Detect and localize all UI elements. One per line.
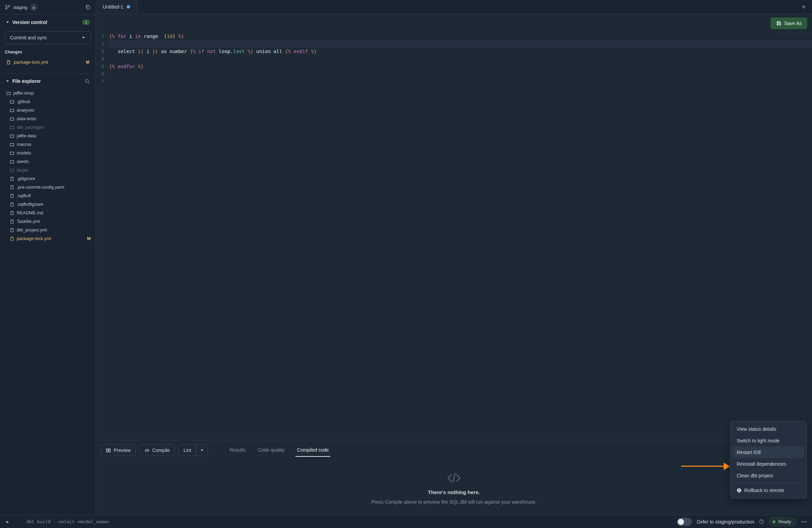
- tree-item-label: dbt_project.yml: [17, 227, 47, 232]
- search-icon[interactable]: [85, 78, 90, 84]
- panel-tabs: Results Code quality Compiled code: [228, 444, 330, 457]
- file-status-badge: M: [86, 60, 89, 65]
- lint-dropdown-button[interactable]: [196, 444, 208, 456]
- sidebar: staging Version control 1 Commit and syn…: [0, 0, 96, 515]
- menu-restart-ide[interactable]: Restart IDE: [733, 447, 804, 458]
- tree-file[interactable]: .sqlfluff: [0, 191, 96, 200]
- tree-item-label: .pre-commit-config.yaml: [17, 185, 64, 190]
- svg-rect-8: [739, 491, 739, 492]
- changes-count-badge: 1: [82, 20, 90, 25]
- svg-point-12: [805, 521, 807, 522]
- tree-item-label: data-tests: [17, 116, 36, 121]
- editor-area: Untitled-1 Save As 1 2 3 4: [96, 0, 812, 515]
- copy-icon[interactable]: [85, 4, 91, 10]
- tree-item-label: .github: [17, 99, 30, 104]
- line-gutter: 1 2 3 4 5 6 7: [96, 33, 109, 440]
- folder-icon: [10, 125, 14, 130]
- tab-label: Untitled-1: [103, 4, 123, 10]
- status-ready-pill[interactable]: Ready: [769, 517, 796, 526]
- file-icon: [10, 236, 14, 241]
- tree-item-label: models: [17, 150, 31, 155]
- status-bar: dbt build --select <model_name> Defer to…: [0, 515, 812, 528]
- menu-clean-project[interactable]: Clean dbt project: [733, 470, 804, 481]
- changes-section-label: Changes: [0, 48, 96, 58]
- more-icon[interactable]: [801, 519, 807, 525]
- tree-file[interactable]: .sqlfluffignore: [0, 200, 96, 209]
- annotation-arrow: [681, 466, 729, 467]
- warning-icon: [737, 488, 741, 493]
- changed-file-item[interactable]: package-lock.yml M: [1, 58, 94, 66]
- tree-file[interactable]: package-lock.ymlM: [0, 234, 96, 243]
- editor-tab[interactable]: Untitled-1: [96, 0, 137, 14]
- tree-folder[interactable]: models: [0, 149, 96, 157]
- editor-toolbar: Save As: [96, 14, 812, 33]
- tree-folder[interactable]: seeds: [0, 157, 96, 166]
- minimap[interactable]: [778, 33, 812, 46]
- preview-label: Preview: [114, 448, 131, 453]
- new-tab-button[interactable]: [796, 1, 812, 13]
- lock-icon: [30, 3, 38, 11]
- folder-icon: [10, 168, 14, 173]
- file-icon: [10, 185, 14, 190]
- tree-item-label: jaffle-data: [17, 133, 36, 138]
- save-as-button[interactable]: Save As: [771, 17, 807, 29]
- file-explorer-header[interactable]: File explorer: [0, 74, 96, 87]
- lint-button[interactable]: Lint: [178, 444, 196, 456]
- menu-reinstall-deps[interactable]: Reinstall dependencies: [733, 458, 804, 470]
- menu-rollback[interactable]: Rollback to remote: [733, 485, 804, 496]
- help-icon[interactable]: [759, 519, 764, 524]
- tree-folder[interactable]: dbt_packages: [0, 123, 96, 131]
- command-input[interactable]: dbt build --select <model_name>: [14, 519, 672, 524]
- branch-header: staging: [0, 0, 96, 15]
- svg-point-10: [802, 521, 803, 522]
- folder-icon: [10, 108, 14, 113]
- file-icon: [10, 193, 14, 198]
- compile-button[interactable]: Compile: [139, 444, 175, 456]
- panel-empty-state: There's nothing here. Press Compile abov…: [96, 460, 812, 515]
- changes-list: package-lock.yml M: [0, 58, 96, 66]
- commit-sync-button[interactable]: Commit and sync: [5, 31, 91, 44]
- tree-folder[interactable]: jaffle-data: [0, 131, 96, 140]
- folder-icon: [10, 99, 14, 104]
- tree-item-label: .gitignore: [17, 176, 35, 181]
- tree-folder[interactable]: analyses: [0, 106, 96, 114]
- tab-dirty-indicator: [127, 5, 130, 9]
- panel-toolbar: Preview Compile Lint: [96, 440, 812, 460]
- svg-point-2: [8, 5, 10, 7]
- file-icon: [10, 228, 14, 232]
- tab-code-quality[interactable]: Code quality: [256, 444, 286, 457]
- tree-item-label: analyses: [17, 108, 34, 113]
- chevron-down-icon: [5, 79, 10, 83]
- version-control-header[interactable]: Version control 1: [0, 15, 96, 28]
- folder-icon: [10, 159, 14, 164]
- file-status-badge: M: [87, 236, 91, 241]
- defer-toggle[interactable]: [677, 518, 692, 526]
- tree-item-label: README.md: [17, 210, 43, 215]
- tree-root[interactable]: jaffle-shop: [0, 89, 96, 97]
- file-explorer-title: File explorer: [12, 78, 41, 84]
- code-editor[interactable]: 1 2 3 4 5 6 7 {% for i in range (10) %} …: [96, 33, 812, 440]
- tree-file[interactable]: Taskfile.yml: [0, 217, 96, 226]
- file-icon: [10, 219, 14, 224]
- chevron-up-icon[interactable]: [5, 519, 10, 524]
- tree-folder[interactable]: macros: [0, 140, 96, 149]
- tree-item-label: package-lock.yml: [17, 236, 51, 241]
- folder-icon: [10, 116, 14, 121]
- tree-file[interactable]: README.md: [0, 209, 96, 217]
- preview-button[interactable]: Preview: [101, 444, 136, 456]
- table-icon: [106, 448, 111, 453]
- tree-folder[interactable]: target: [0, 166, 96, 174]
- menu-view-status[interactable]: View status details: [733, 423, 804, 435]
- tree-file[interactable]: .pre-commit-config.yaml: [0, 183, 96, 191]
- changed-file-name: package-lock.yml: [14, 60, 48, 65]
- empty-subtitle: Press Compile above to preview the SQL d…: [371, 499, 537, 505]
- tree-folder[interactable]: .github: [0, 97, 96, 106]
- tab-compiled-code[interactable]: Compiled code: [295, 444, 330, 457]
- tab-results[interactable]: Results: [228, 444, 247, 457]
- menu-switch-light[interactable]: Switch to light mode: [733, 435, 804, 447]
- tree-folder[interactable]: data-tests: [0, 114, 96, 123]
- file-explorer: File explorer jaffle-shop .githubanalyse…: [0, 73, 96, 515]
- status-ready-label: Ready: [778, 519, 791, 524]
- tree-file[interactable]: .gitignore: [0, 174, 96, 183]
- tree-file[interactable]: dbt_project.yml: [0, 226, 96, 234]
